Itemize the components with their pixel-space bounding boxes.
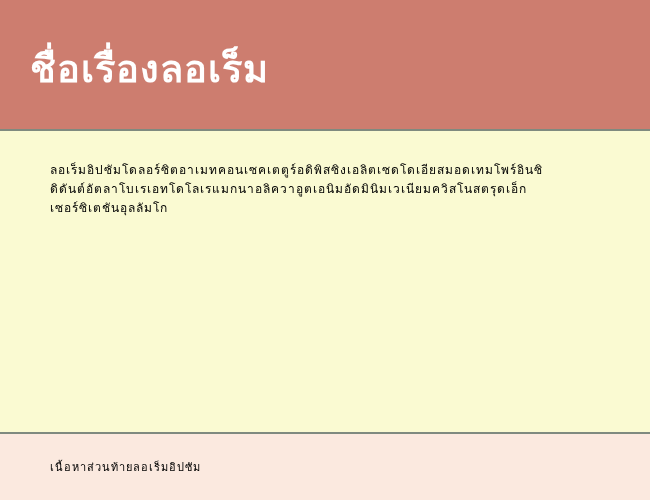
body-paragraph: ลอเร็มอิปซัมโดลอร์ซิตอาเมทคอนเซคเตตูร์อด… bbox=[50, 161, 550, 219]
header-banner: ชื่อเรื่องลอเร็ม bbox=[0, 0, 650, 129]
footer-section: เนื้อหาส่วนท้ายลอเร็มอิปซัม bbox=[0, 434, 650, 500]
footer-text: เนื้อหาส่วนท้ายลอเร็มอิปซัม bbox=[50, 458, 600, 476]
page-title: ชื่อเรื่องลอเร็ม bbox=[30, 38, 620, 99]
main-content: ลอเร็มอิปซัมโดลอร์ซิตอาเมทคอนเซคเตตูร์อด… bbox=[0, 129, 650, 434]
